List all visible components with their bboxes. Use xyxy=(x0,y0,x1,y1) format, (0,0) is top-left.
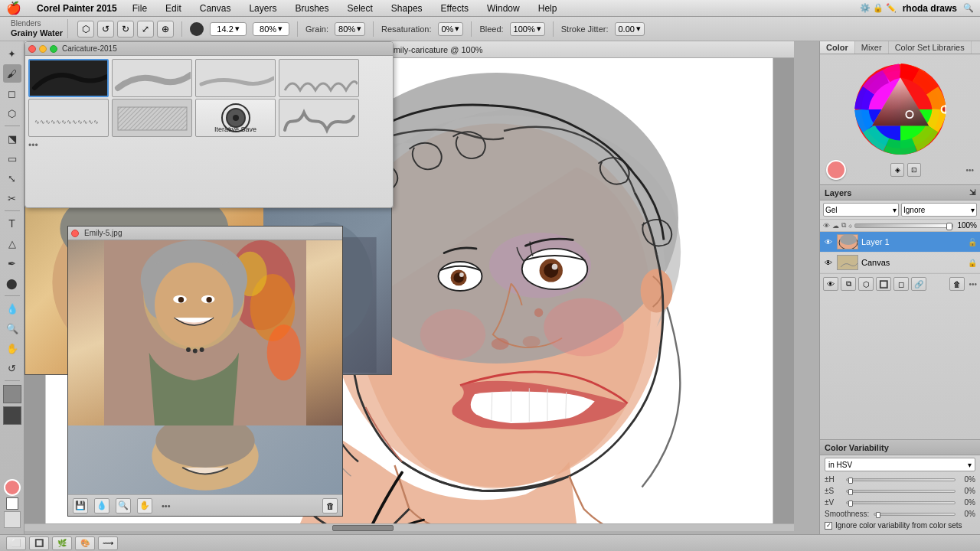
crop-tool[interactable]: ✂ xyxy=(3,189,21,207)
variability-mode-dropdown[interactable]: in HSV ▾ xyxy=(825,458,975,471)
brush-creator-icon[interactable]: ⬡ xyxy=(77,21,94,37)
shape-tool[interactable]: △ xyxy=(3,234,21,253)
panel-zoom-btn[interactable] xyxy=(50,45,57,53)
stroke-jitter-dropdown[interactable]: 0.00▾ xyxy=(615,22,645,36)
emily-eyedropper-btn[interactable]: 💧 xyxy=(94,498,109,514)
emily-save-btn[interactable]: 💾 xyxy=(73,498,88,514)
emily-close-btn[interactable] xyxy=(71,230,79,237)
dock-btn-5[interactable]: ⟿ xyxy=(98,536,118,550)
ignore-variability-checkbox[interactable]: ✓ xyxy=(825,522,832,530)
emily-hand-btn[interactable]: ✋ xyxy=(137,498,152,514)
brush-opacity-input[interactable]: 80% ▾ xyxy=(253,22,289,36)
scroll-thumb[interactable] xyxy=(332,525,394,531)
menu-canvas[interactable]: Canvas xyxy=(197,3,234,14)
menu-edit[interactable]: Edit xyxy=(162,3,185,14)
brush-size-input[interactable]: 14.2 ▾ xyxy=(210,22,247,36)
layers-add-btn[interactable]: 🔲 xyxy=(876,277,891,291)
grain-dropdown[interactable]: 80%▾ xyxy=(335,22,365,36)
menu-select[interactable]: Select xyxy=(345,3,376,14)
brush-thumb-iterative-save[interactable]: Iterative Save xyxy=(195,99,276,137)
brush-align-icon[interactable]: ⊕ xyxy=(157,21,174,37)
layers-mask-btn[interactable]: ◻ xyxy=(893,277,909,291)
v-slider-thumb[interactable] xyxy=(848,500,853,507)
brush-more-dots[interactable]: ••• xyxy=(28,139,38,152)
s-slider[interactable] xyxy=(846,490,956,493)
zoom-tool[interactable]: 🔍 xyxy=(3,319,21,337)
tab-mixer[interactable]: Mixer xyxy=(855,41,889,54)
menu-window[interactable]: Window xyxy=(484,3,523,14)
brush-thumb-4[interactable] xyxy=(279,59,359,97)
brush-thumb-1[interactable] xyxy=(28,59,109,97)
brush-thumb-2[interactable] xyxy=(112,59,192,97)
brush-tool[interactable]: 🖌 xyxy=(3,64,21,83)
s-slider-thumb[interactable] xyxy=(848,489,853,495)
layer-item-1[interactable]: 👁 Layer 1 🔓 xyxy=(820,232,980,253)
layers-delete-btn[interactable]: 🗑 xyxy=(949,277,965,291)
apple-menu[interactable]: 🍎 xyxy=(6,1,21,15)
color-wheel-svg[interactable] xyxy=(854,64,946,155)
color-dropper-btn[interactable]: ◈ xyxy=(890,163,904,177)
canvas-layer-visibility[interactable]: 👁 xyxy=(823,257,834,268)
tab-color-set-libraries[interactable]: Color Set Libraries xyxy=(889,41,972,54)
layers-options-icon[interactable]: ⇲ xyxy=(969,188,975,197)
layers-group-btn[interactable]: ⬡ xyxy=(858,277,874,291)
pen-tool[interactable]: ✒ xyxy=(3,254,21,272)
layers-lock-btn[interactable]: ⧉ xyxy=(841,277,856,291)
bleed-dropdown[interactable]: 100%▾ xyxy=(510,22,545,36)
panel-minimize-btn[interactable] xyxy=(39,45,47,53)
hand-tool[interactable]: ✋ xyxy=(3,339,21,357)
menu-effects[interactable]: Effects xyxy=(438,3,472,14)
brush-thumb-7[interactable] xyxy=(279,99,359,137)
layers-composite-btn[interactable]: 🔗 xyxy=(911,277,926,291)
brush-restore-icon[interactable]: ↺ xyxy=(97,21,114,37)
paper-texture-preview[interactable] xyxy=(3,385,21,403)
menu-shapes[interactable]: Shapes xyxy=(388,3,426,14)
select-tool[interactable]: ✦ xyxy=(3,44,21,63)
menu-help[interactable]: Help xyxy=(535,3,560,14)
color-palette-btn[interactable]: ⊡ xyxy=(907,163,921,177)
dock-btn-3[interactable]: 🌿 xyxy=(52,536,72,550)
fill-tool[interactable]: ⬤ xyxy=(3,274,21,292)
composite-dropdown[interactable]: Ignore▾ xyxy=(901,203,977,217)
h-slider-thumb[interactable] xyxy=(848,478,853,484)
dock-btn-1[interactable]: ⬜ xyxy=(6,536,26,550)
paper-color-swatch[interactable] xyxy=(4,511,21,528)
resaturation-dropdown[interactable]: 0%▾ xyxy=(438,22,464,36)
opacity-slider-thumb[interactable] xyxy=(946,223,952,230)
search-icon[interactable]: 🔍 xyxy=(963,3,974,13)
menu-layers[interactable]: Layers xyxy=(246,3,279,14)
brush-save-icon[interactable]: ↻ xyxy=(117,21,134,37)
tab-color[interactable]: Color xyxy=(820,41,855,54)
brush-thumb-3[interactable] xyxy=(195,59,276,97)
emily-zoom-btn[interactable]: 🔍 xyxy=(116,498,131,514)
canvas-scrollbar[interactable] xyxy=(24,523,794,531)
eraser-tool[interactable]: ◻ xyxy=(3,84,21,103)
menu-brushes[interactable]: Brushes xyxy=(292,3,332,14)
brush-thumb-6[interactable] xyxy=(112,99,192,137)
layer-item-canvas[interactable]: 👁 Canvas 🔒 xyxy=(820,253,980,273)
smoothness-slider-thumb[interactable] xyxy=(876,512,880,518)
dock-btn-2[interactable]: 🔲 xyxy=(29,536,49,550)
rect-select-tool[interactable]: ▭ xyxy=(3,149,21,168)
transform-tool[interactable]: ⤡ xyxy=(3,169,21,187)
layers-more-dots[interactable]: ••• xyxy=(969,280,977,289)
smear-tool[interactable]: ⬡ xyxy=(3,104,21,122)
smoothness-slider[interactable] xyxy=(874,513,956,516)
layer-1-visibility[interactable]: 👁 xyxy=(823,236,834,247)
v-slider[interactable] xyxy=(846,501,956,504)
text-tool[interactable]: T xyxy=(3,214,21,233)
opacity-slider[interactable] xyxy=(854,223,953,228)
lasso-tool[interactable]: ⬔ xyxy=(3,129,21,148)
brush-thumb-5[interactable]: ∿∿∿∿∿∿∿∿∿∿∿∿ xyxy=(28,99,109,137)
ref-panel-emily-header[interactable]: Emily-5.jpg xyxy=(68,227,342,240)
panel-close-btn[interactable] xyxy=(28,45,36,53)
main-color-swatch[interactable] xyxy=(4,479,21,496)
dock-btn-4[interactable]: 🎨 xyxy=(75,536,95,550)
brush-transform-icon[interactable]: ⤢ xyxy=(137,21,154,37)
alt-color-swatch[interactable] xyxy=(6,497,18,510)
brush-texture-preview[interactable] xyxy=(3,406,21,425)
h-slider[interactable] xyxy=(846,478,956,481)
eyedropper-tool[interactable]: 💧 xyxy=(3,299,21,318)
current-color-circle[interactable] xyxy=(826,160,846,180)
blend-mode-dropdown[interactable]: Gel▾ xyxy=(823,203,899,217)
